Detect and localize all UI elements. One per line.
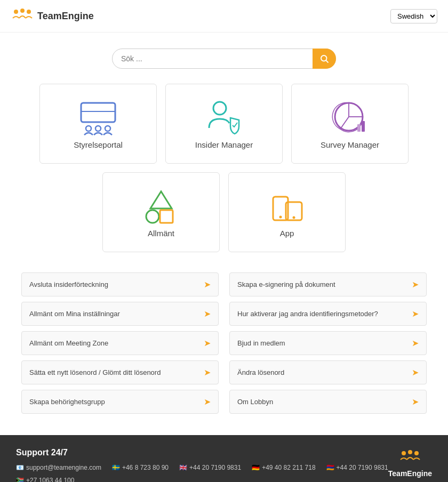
link-text: Allmänt om Meeting Zone: [29, 339, 108, 347]
app-card-insider-manager[interactable]: Insider Manager: [165, 84, 283, 164]
teamengine-logo-icon: [11, 6, 34, 26]
link-text: Allmänt om Mina inställningar: [29, 310, 120, 318]
app-card-app[interactable]: App: [228, 172, 346, 252]
search-button[interactable]: [313, 49, 336, 69]
email-text: support@teamengine.com: [26, 464, 101, 471]
link-arrow-icon: ➤: [204, 338, 211, 348]
link-item[interactable]: Avsluta insiderförteckning ➤: [21, 272, 219, 296]
footer-contact-za: 🇿🇦 +27 1063 44 100: [16, 477, 74, 482]
svg-point-0: [14, 10, 18, 14]
link-item[interactable]: Ändra lösenord ➤: [229, 360, 427, 384]
de-phone: +49 40 82 211 718: [262, 464, 315, 471]
link-text: Ändra lösenord: [237, 368, 284, 376]
links-section: Avsluta insiderförteckning ➤ Allmänt om …: [0, 256, 448, 424]
survey-manager-icon: [329, 99, 371, 136]
footer-contacts: 📧 support@teamengine.com 🇸🇪 +46 8 723 80…: [16, 464, 388, 482]
header: TeamEngine Swedish English: [0, 0, 448, 33]
footer-contact-de: 🇩🇪 +49 40 82 211 718: [252, 464, 315, 471]
footer: Support 24/7 📧 support@teamengine.com 🇸🇪…: [0, 435, 448, 482]
svg-point-22: [408, 450, 412, 454]
search-section: [0, 33, 448, 79]
link-item[interactable]: Skapa e-signering på dokument ➤: [229, 272, 427, 296]
svg-point-7: [86, 126, 91, 131]
language-selector[interactable]: Swedish English: [390, 9, 437, 23]
email-icon: 📧: [16, 464, 24, 471]
gb-flag: 🇬🇧: [179, 464, 187, 471]
link-item[interactable]: Bjud in medlem ➤: [229, 331, 427, 355]
link-arrow-icon: ➤: [412, 397, 419, 407]
footer-logo: TeamEngine: [388, 448, 432, 478]
link-item[interactable]: Om Lobbyn ➤: [229, 390, 427, 414]
svg-rect-5: [81, 103, 115, 122]
link-item[interactable]: Allmänt om Meeting Zone ➤: [21, 331, 219, 355]
am-phone: +44 20 7190 9831: [337, 464, 388, 471]
logo[interactable]: TeamEngine: [11, 6, 94, 26]
link-text: Hur aktiverar jag andra identifieringsme…: [237, 310, 378, 318]
link-arrow-icon: ➤: [412, 367, 419, 377]
footer-contact-gb: 🇬🇧 +44 20 7190 9831: [179, 464, 241, 471]
za-phone: +27 1063 44 100: [26, 477, 74, 482]
links-col-left: Avsluta insiderförteckning ➤ Allmänt om …: [16, 272, 224, 414]
search-icon: [319, 54, 329, 63]
svg-rect-13: [362, 121, 365, 132]
footer-contact-se: 🇸🇪 +46 8 723 80 90: [112, 464, 169, 471]
app-grid: Styrelseportal Insider Manager Survey Ma…: [0, 79, 448, 256]
insider-manager-label: Insider Manager: [195, 140, 253, 149]
svg-point-20: [293, 216, 295, 219]
styrelseportal-icon: [77, 99, 119, 136]
styrelseportal-label: Styrelseportal: [74, 140, 123, 149]
svg-point-15: [146, 210, 159, 223]
se-flag: 🇸🇪: [112, 464, 120, 471]
survey-manager-label: Survey Manager: [321, 140, 379, 149]
support-label: Support 24/7: [16, 448, 388, 457]
insider-manager-icon: [203, 99, 245, 136]
search-input[interactable]: [112, 49, 336, 69]
links-col-right: Skapa e-signering på dokument ➤ Hur akti…: [224, 272, 432, 414]
link-item[interactable]: Hur aktiverar jag andra identifieringsme…: [229, 302, 427, 326]
app-devices-icon: [266, 187, 308, 224]
svg-rect-16: [160, 210, 173, 223]
footer-logo-text: TeamEngine: [388, 469, 432, 478]
link-text: Skapa e-signering på dokument: [237, 280, 335, 288]
am-flag: 🇦🇲: [326, 464, 334, 471]
svg-point-21: [402, 451, 406, 455]
app-card-allmant[interactable]: Allmänt: [102, 172, 220, 252]
link-arrow-icon: ➤: [204, 309, 211, 319]
link-arrow-icon: ➤: [204, 367, 211, 377]
link-text: Om Lobbyn: [237, 398, 273, 406]
app-label: App: [280, 229, 294, 238]
svg-point-9: [105, 126, 110, 131]
footer-contact-email: 📧 support@teamengine.com: [16, 464, 101, 471]
link-arrow-icon: ➤: [204, 397, 211, 407]
link-arrow-icon: ➤: [412, 309, 419, 319]
link-arrow-icon: ➤: [204, 279, 211, 290]
link-item[interactable]: Allmänt om Mina inställningar ➤: [21, 302, 219, 326]
svg-marker-14: [150, 191, 172, 208]
svg-point-10: [213, 102, 226, 115]
link-item[interactable]: Sätta ett nytt lösenord / Glömt ditt lös…: [21, 360, 219, 384]
footer-contact-am: 🇦🇲 +44 20 7190 9831: [326, 464, 388, 471]
svg-point-2: [27, 10, 31, 14]
link-text: Avsluta insiderförteckning: [29, 280, 108, 288]
app-card-survey-manager[interactable]: Survey Manager: [291, 84, 409, 164]
link-text: Bjud in medlem: [237, 339, 285, 347]
link-text: Skapa behörighetsgrupp: [29, 398, 105, 406]
footer-logo-icon: [398, 448, 422, 467]
svg-point-8: [95, 126, 101, 131]
svg-point-3: [321, 55, 327, 61]
svg-point-18: [279, 215, 282, 218]
search-wrapper: [112, 49, 336, 69]
footer-left: Support 24/7 📧 support@teamengine.com 🇸🇪…: [16, 448, 388, 482]
link-arrow-icon: ➤: [412, 338, 419, 348]
za-flag: 🇿🇦: [16, 477, 24, 482]
logo-text: TeamEngine: [37, 11, 94, 22]
app-card-styrelseportal[interactable]: Styrelseportal: [39, 84, 157, 164]
svg-point-1: [20, 9, 25, 13]
svg-rect-12: [357, 124, 361, 132]
svg-point-23: [414, 451, 419, 455]
se-phone: +46 8 723 80 90: [122, 464, 169, 471]
link-item[interactable]: Skapa behörighetsgrupp ➤: [21, 390, 219, 414]
de-flag: 🇩🇪: [252, 464, 260, 471]
link-text: Sätta ett nytt lösenord / Glömt ditt lös…: [29, 368, 161, 376]
svg-line-4: [326, 60, 328, 62]
